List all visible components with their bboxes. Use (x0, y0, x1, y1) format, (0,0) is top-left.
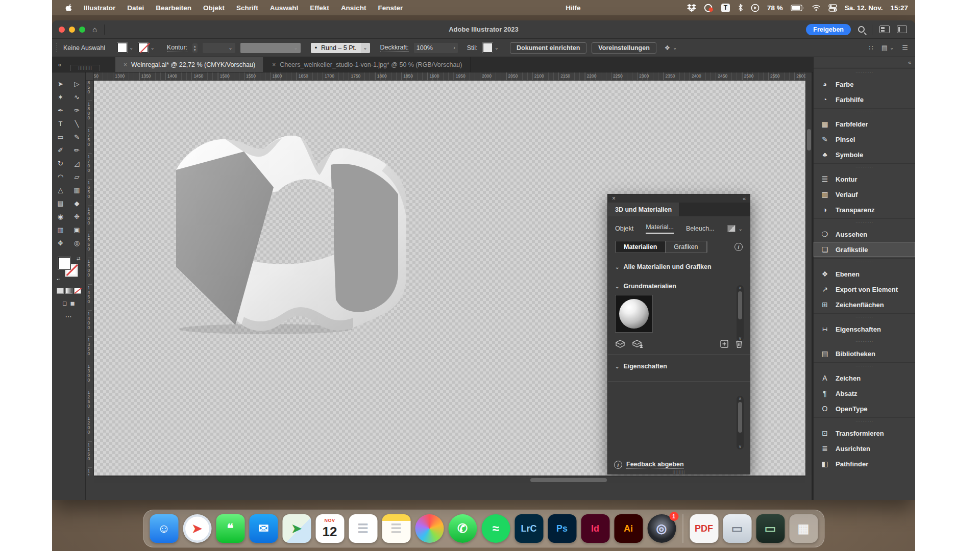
dock-app-icon[interactable]: ▭ (756, 514, 785, 543)
bluetooth-icon[interactable] (738, 3, 743, 12)
expand-panels-icon[interactable]: « (908, 59, 911, 65)
zoom-tool[interactable]: ◎ (70, 237, 84, 249)
swap-fill-stroke-icon[interactable]: ⇄ (77, 256, 81, 261)
zoom-window-button[interactable] (79, 27, 85, 33)
section-properties[interactable]: ⌄ Eigenschaften (608, 355, 750, 372)
dock-app-icon[interactable]: ▦ (789, 514, 818, 543)
opacity-label[interactable]: Deckkraft: (380, 44, 409, 52)
brush-chevron-icon[interactable]: ⌄ (361, 43, 370, 53)
stroke-weight-label[interactable]: Kontur: (167, 44, 187, 52)
minimize-window-button[interactable] (69, 27, 75, 33)
dock-app-icon[interactable]: ☰ (382, 514, 410, 543)
add-material-icon[interactable] (720, 340, 728, 348)
paintbrush-tool[interactable]: ✎ (70, 131, 84, 143)
spotify[interactable]: ≈ (481, 514, 510, 543)
section-chevron-icon[interactable]: ⌄ (615, 284, 619, 289)
lightroom-classic[interactable]: LrC (514, 514, 543, 543)
section-all-materials[interactable]: ⌄ Alle Materialien und Grafiken (608, 255, 750, 272)
panel-mode-tab[interactable]: Material... (646, 223, 674, 234)
magic-wand-tool[interactable]: ✶ (54, 91, 68, 103)
illustrator[interactable]: Ai (614, 514, 643, 543)
community-material-icon[interactable] (632, 340, 644, 348)
reminders[interactable]: ☰ (349, 514, 377, 543)
gradient-mode-button[interactable] (65, 288, 72, 294)
stroke-weight-stepper[interactable]: ▴▾ (192, 43, 198, 53)
dock-app-icon[interactable]: ☺ (150, 514, 178, 543)
dock-app-icon[interactable]: ➤ (183, 514, 211, 543)
shaper-tool[interactable]: ✏ (70, 144, 84, 156)
opacity-field[interactable]: 100% › (414, 43, 458, 53)
menu-item[interactable]: Objekt (203, 4, 225, 12)
panel-dock-item[interactable]: ▤ Bibliotheken (814, 346, 915, 361)
indesign[interactable]: Id (581, 514, 609, 543)
tab-close-icon[interactable]: × (124, 61, 127, 68)
isolate-chevron-icon[interactable]: ⌄ (673, 45, 677, 51)
gradient-tool[interactable]: ▤ (54, 197, 68, 209)
pencil-tool[interactable]: ✐ (54, 144, 68, 156)
menu-item-help[interactable]: Hilfe (566, 4, 580, 12)
panel-close-icon[interactable]: × (612, 195, 616, 202)
horizontal-ruler[interactable]: 1250 1300 1350 1400 1450 1500 1550 (94, 72, 805, 81)
canvas[interactable]: × « 3D und Materialien Objekt Material..… (94, 81, 805, 475)
dock-app-icon[interactable]: Id (581, 514, 609, 543)
menu-item[interactable]: Bearbeiten (156, 4, 191, 12)
dock-app-icon[interactable]: ◎ (647, 514, 676, 543)
dock-app-icon[interactable] (415, 514, 444, 543)
panel-dock-item[interactable]: ❍ Aussehen (814, 227, 915, 242)
artboard-tool[interactable]: ▣ (70, 223, 84, 236)
direct-selection-tool[interactable]: ▷ (70, 78, 84, 90)
panel-dock-item[interactable]: ◕ Farbe (814, 77, 915, 92)
panel-dock-item[interactable]: ▦ Farbfelder (814, 116, 915, 132)
perspective-grid-tool[interactable]: △ (54, 184, 68, 196)
view-toggle-button[interactable]: Grafiken (666, 241, 706, 253)
dock-app-icon[interactable]: ❝ (216, 514, 244, 543)
whatsapp[interactable]: ✆ (448, 514, 477, 543)
horizontal-scrollbar[interactable] (94, 477, 805, 483)
dock-app-icon[interactable]: Ps (548, 514, 576, 543)
edit-toolbar-icon[interactable]: ⋯ (52, 313, 85, 320)
menu-item[interactable]: Illustrator (84, 4, 115, 12)
panel-dock-item[interactable]: ❏ Grafikstile (814, 242, 915, 257)
panel-dock-item[interactable]: ⊡ Transformieren (814, 425, 915, 441)
safari[interactable]: ➤ (183, 514, 211, 543)
apple-menu-icon[interactable] (64, 3, 72, 12)
lens-app[interactable]: ◎ (647, 514, 676, 543)
wifi-icon[interactable] (812, 3, 821, 12)
workspace-switcher-icon[interactable] (897, 26, 907, 33)
opacity-expand-icon[interactable]: › (453, 45, 455, 51)
vertical-scrollbar[interactable] (805, 81, 812, 475)
panel-menu-icon[interactable]: ☰ (902, 44, 908, 52)
panel-dock-item[interactable]: A Zeichen (814, 370, 915, 386)
messages[interactable]: ❝ (216, 514, 244, 543)
panel-dock-item[interactable]: ✎ Pinsel (814, 132, 915, 147)
panel-dock-item[interactable]: ⊞ Zeichenflächen (814, 297, 915, 312)
maps[interactable]: ➤ (282, 514, 311, 543)
horizontal-scroll-thumb[interactable] (530, 478, 607, 482)
dock-app-icon[interactable]: ✉ (249, 514, 278, 543)
symbol-sprayer-tool[interactable]: ❉ (70, 210, 84, 222)
now-playing-icon[interactable] (751, 3, 760, 12)
vertical-scroll-thumb[interactable] (807, 129, 811, 151)
menu-item[interactable]: Fenster (378, 4, 403, 12)
panel-mode-tab[interactable]: Beleuch... (686, 225, 715, 232)
none-mode-button[interactable] (74, 288, 81, 294)
style-swatch[interactable] (483, 43, 493, 53)
dock-app-icon[interactable]: Ai (614, 514, 643, 543)
close-window-button[interactable] (59, 27, 65, 33)
hand-tool[interactable]: ✥ (54, 237, 68, 249)
touch-workspace-icon[interactable]: ∷ (869, 44, 873, 52)
dock-app-icon[interactable]: 12 (315, 514, 344, 543)
style-chevron-icon[interactable]: ⌄ (495, 45, 499, 51)
menu-item[interactable]: Schrift (236, 4, 258, 12)
blend-tool[interactable]: ◉ (54, 210, 68, 222)
home-icon[interactable]: ⌂ (92, 25, 97, 34)
document-tab[interactable]: × Weinregal.ai* @ 22,72 % (CMYK/Vorschau… (115, 57, 264, 72)
finder[interactable]: ☺ (150, 514, 178, 543)
dock-app-icon[interactable]: ✆ (448, 514, 477, 543)
brush-definition-dropdown[interactable]: • Rund – 5 Pt. (311, 43, 361, 53)
material-cube-icon[interactable] (615, 340, 625, 348)
panel-dock-item[interactable]: ≣ Ausrichten (814, 441, 915, 456)
t-app-icon[interactable]: T (721, 4, 730, 12)
calendar[interactable]: 12 (315, 514, 344, 543)
type-tool[interactable]: T (54, 117, 68, 130)
